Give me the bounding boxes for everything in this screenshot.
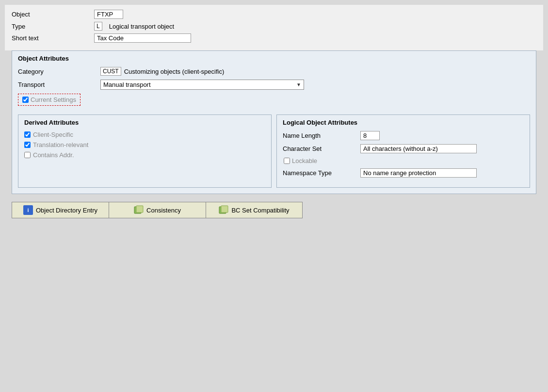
logical-attributes-title: Logical Object Attributes bbox=[283, 119, 524, 126]
lockable-row: Lockable bbox=[284, 157, 524, 164]
translation-relevant-checkbox[interactable] bbox=[24, 142, 31, 148]
character-set-row: Character Set All characters (without a-… bbox=[283, 144, 524, 153]
derived-attributes-title: Derived Attributes bbox=[24, 119, 265, 126]
object-attributes-title: Object Attributes bbox=[18, 55, 530, 63]
translation-relevant-label: Translation-relevant bbox=[33, 141, 88, 148]
client-specific-checkbox[interactable] bbox=[24, 131, 31, 138]
svg-rect-1 bbox=[136, 206, 143, 212]
name-length-label: Name Length bbox=[283, 132, 360, 139]
object-row: Object FTXP bbox=[12, 10, 536, 19]
category-row: Category CUST Customizing objects (clien… bbox=[18, 67, 530, 76]
consistency-button[interactable]: Consistency bbox=[109, 202, 206, 218]
dropdown-arrow-icon: ▼ bbox=[296, 82, 301, 87]
lockable-checkbox[interactable] bbox=[284, 158, 290, 164]
bc-set-compatibility-label: BC Set Compatibility bbox=[231, 207, 289, 214]
transport-value: Manual transport bbox=[103, 81, 151, 88]
info-icon: i bbox=[23, 205, 33, 215]
name-length-row: Name Length 8 bbox=[283, 131, 524, 140]
transport-dropdown[interactable]: Manual transport ▼ bbox=[100, 80, 304, 90]
type-row: Type L Logical transport object bbox=[12, 22, 536, 31]
name-length-value: 8 bbox=[360, 131, 380, 140]
current-settings-label: Current Settings bbox=[31, 96, 76, 103]
object-attributes-section: Object Attributes Category CUST Customiz… bbox=[12, 50, 536, 194]
check-item-0: Client-Specific bbox=[24, 131, 265, 138]
contains-addr-label: Contains Addr. bbox=[33, 151, 74, 159]
current-settings-checkbox[interactable] bbox=[22, 97, 29, 103]
bottom-bar: i Object Directory Entry Consistency BC … bbox=[12, 199, 536, 221]
object-label: Object bbox=[12, 11, 94, 18]
consistency-icon bbox=[134, 205, 144, 215]
two-col-section: Derived Attributes Client-Specific Trans… bbox=[18, 114, 530, 188]
category-label: Category bbox=[18, 68, 100, 75]
transport-label: Transport bbox=[18, 81, 100, 88]
check-item-1: Translation-relevant bbox=[24, 141, 265, 148]
bc-set-icon bbox=[219, 205, 228, 215]
type-label: Type bbox=[12, 23, 94, 30]
category-code: CUST bbox=[100, 67, 121, 76]
client-specific-label: Client-Specific bbox=[33, 131, 73, 138]
namespace-type-row: Namespace Type No name range protection bbox=[283, 168, 524, 178]
transport-row: Transport Manual transport ▼ bbox=[18, 80, 530, 90]
object-directory-entry-button[interactable]: i Object Directory Entry bbox=[12, 202, 109, 218]
object-value: FTXP bbox=[94, 10, 123, 19]
derived-attributes-box: Derived Attributes Client-Specific Trans… bbox=[18, 114, 272, 188]
object-directory-entry-label: Object Directory Entry bbox=[36, 207, 97, 214]
character-set-value: All characters (without a-z) bbox=[360, 144, 477, 153]
header-section: Object FTXP Type L Logical transport obj… bbox=[5, 5, 543, 50]
current-settings-container: Current Settings bbox=[18, 94, 81, 106]
lockable-label: Lockable bbox=[292, 157, 317, 164]
type-code: L bbox=[94, 22, 102, 31]
consistency-label: Consistency bbox=[146, 207, 181, 214]
contains-addr-checkbox[interactable] bbox=[24, 152, 31, 158]
short-text-row: Short text Tax Code bbox=[12, 33, 536, 43]
short-text-value: Tax Code bbox=[94, 33, 191, 43]
logical-attributes-box: Logical Object Attributes Name Length 8 … bbox=[276, 114, 530, 188]
svg-rect-3 bbox=[221, 206, 228, 212]
character-set-label: Character Set bbox=[283, 145, 360, 152]
type-description: Logical transport object bbox=[109, 23, 174, 30]
namespace-type-label: Namespace Type bbox=[283, 169, 360, 177]
check-item-2: Contains Addr. bbox=[24, 151, 265, 159]
bc-set-compatibility-button[interactable]: BC Set Compatibility bbox=[206, 202, 303, 218]
namespace-type-value: No name range protection bbox=[360, 168, 477, 178]
short-text-label: Short text bbox=[12, 34, 94, 42]
category-description: Customizing objects (client-specific) bbox=[124, 68, 225, 75]
main-container: Object FTXP Type L Logical transport obj… bbox=[0, 0, 548, 392]
